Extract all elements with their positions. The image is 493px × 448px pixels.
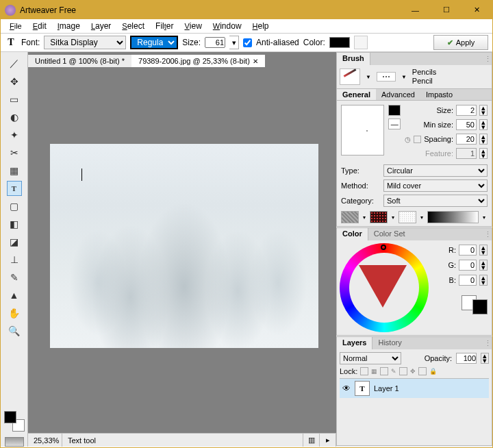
shape-tool-icon[interactable]: ▢ [7, 199, 22, 214]
lasso-tool-icon[interactable]: ◐ [7, 110, 22, 125]
spinner-icon[interactable]: ▴▾ [479, 245, 488, 256]
minimize-button[interactable]: — [400, 1, 431, 19]
spinner-icon[interactable]: ▴▾ [479, 275, 488, 286]
layer-name[interactable]: Layer 1 [374, 384, 399, 393]
spinner-icon[interactable]: ▴▾ [479, 134, 488, 145]
size-dropdown-button[interactable]: ▾ [229, 36, 239, 49]
brush-tab[interactable]: Brush [337, 53, 370, 65]
menu-image[interactable]: Image [53, 20, 85, 32]
visibility-icon[interactable]: 👁 [342, 384, 351, 393]
color-wheel[interactable] [340, 243, 429, 332]
fill-tool-icon[interactable]: ▲ [7, 288, 22, 303]
panel-menu-icon[interactable]: ⋮ [483, 228, 492, 240]
brush-impasto-tab[interactable]: Impasto [420, 89, 458, 100]
crop-tool-icon[interactable]: ✂ [7, 145, 22, 160]
lock-pixels-checkbox[interactable] [380, 367, 388, 375]
dropdown-icon[interactable]: ▾ [390, 214, 396, 221]
opacity-input[interactable] [456, 353, 477, 364]
texture-1-icon[interactable] [341, 211, 359, 223]
menu-select[interactable]: Select [117, 20, 149, 32]
text-options-icon[interactable] [354, 36, 368, 49]
color-swatch-pair[interactable] [462, 295, 488, 314]
brush-category-select[interactable]: Soft [383, 195, 488, 207]
blend-mode-select[interactable]: Normal [340, 352, 401, 364]
dropdown-icon[interactable]: ▾ [361, 214, 368, 221]
layers-tab[interactable]: Layers [337, 337, 372, 349]
menu-file[interactable]: File [5, 20, 27, 32]
texture-3-icon[interactable] [399, 211, 416, 223]
tab-active[interactable]: 79389-2006.jpg @ 25,33% (8-bit)✕ [131, 54, 265, 67]
zoom-tool-icon[interactable]: 🔍 [7, 323, 22, 338]
apply-button[interactable]: ✔Apply [433, 35, 488, 50]
antialiased-checkbox[interactable] [243, 38, 252, 47]
clock-icon[interactable]: ◷ [405, 136, 411, 143]
eyedropper-tool-icon[interactable]: ✎ [7, 270, 22, 285]
dropdown-icon[interactable]: ▼ [366, 74, 371, 80]
canvas[interactable] [28, 67, 336, 433]
spinner-icon[interactable]: ▴▾ [479, 260, 488, 271]
brush-general-tab[interactable]: General [337, 89, 376, 100]
tab-close-icon[interactable]: ✕ [253, 58, 258, 65]
brush-variant-icon[interactable] [377, 72, 396, 82]
perspective-tool-icon[interactable]: ▦ [7, 163, 22, 178]
menu-help[interactable]: Help [248, 20, 274, 32]
text-color-swatch[interactable] [329, 37, 350, 48]
status-zoom[interactable]: 25,33% [28, 434, 62, 447]
color-tab[interactable]: Color [337, 228, 368, 240]
panel-menu-icon[interactable]: ⋮ [483, 53, 492, 65]
gradient-icon[interactable] [427, 211, 479, 223]
panel-menu-icon[interactable]: ⋮ [483, 337, 492, 349]
eraser-tool-icon[interactable]: ◪ [7, 234, 22, 249]
maximize-button[interactable]: ☐ [431, 1, 462, 19]
colorset-tab[interactable]: Color Set [368, 228, 411, 240]
lock-all-checkbox[interactable] [418, 367, 427, 375]
font-style-select[interactable]: Regular [130, 36, 178, 49]
tab-untitled[interactable]: Untitled 1 @ 100% (8-bit) * [28, 55, 131, 67]
brush-tool-icon[interactable]: ／ [7, 56, 22, 71]
close-button[interactable]: ✕ [462, 1, 492, 19]
menu-view[interactable]: View [179, 20, 206, 32]
brush-method-select[interactable]: Mild cover [383, 179, 488, 192]
dropdown-icon[interactable]: ▾ [418, 214, 425, 221]
b-input[interactable] [459, 275, 477, 286]
spinner-icon[interactable]: ▴▾ [481, 353, 489, 364]
lock-trans-checkbox[interactable] [360, 367, 368, 375]
menu-filter[interactable]: Filter [151, 20, 178, 32]
foreground-color-swatch[interactable] [4, 411, 16, 423]
menu-edit[interactable]: Edit [28, 20, 51, 32]
text-tool-icon[interactable]: T [7, 181, 22, 196]
lock-pos-checkbox[interactable] [399, 367, 407, 375]
gradient-tool-icon[interactable]: ◧ [7, 216, 22, 232]
menu-window[interactable]: Window [208, 20, 246, 32]
brush-spacing-input[interactable] [456, 134, 477, 145]
font-select[interactable]: Sitka Display [44, 36, 126, 49]
hand-tool-icon[interactable]: ✋ [7, 306, 22, 321]
brush-preview-icon[interactable] [5, 437, 24, 447]
stamp-tool-icon[interactable]: ⊥ [7, 252, 22, 267]
brush-tip-flat-icon[interactable]: — [388, 119, 401, 129]
menu-layer[interactable]: Layer [86, 20, 116, 32]
r-input[interactable] [459, 245, 477, 256]
g-input[interactable] [459, 260, 477, 271]
status-info-icon[interactable]: ▥ [303, 434, 320, 447]
wand-tool-icon[interactable]: ✦ [7, 127, 22, 142]
brush-size-input[interactable] [456, 105, 477, 116]
brush-category-icon[interactable] [340, 69, 360, 85]
brush-type-select[interactable]: Circular [383, 164, 488, 177]
spinner-icon[interactable]: ▴▾ [479, 119, 488, 130]
move-tool-icon[interactable]: ✥ [7, 74, 22, 89]
font-size-input[interactable] [205, 37, 225, 48]
dropdown-icon[interactable]: ▼ [401, 74, 407, 80]
status-menu-icon[interactable]: ▸ [320, 434, 336, 447]
spacing-checkbox[interactable] [414, 136, 421, 143]
brush-tip-round-icon[interactable]: ◗ [388, 105, 401, 116]
dropdown-icon[interactable]: ▾ [481, 214, 488, 221]
marquee-tool-icon[interactable]: ▭ [7, 92, 22, 107]
brush-minsize-input[interactable] [456, 119, 477, 130]
texture-2-icon[interactable] [370, 211, 388, 223]
color-swatches[interactable] [4, 411, 25, 432]
history-tab[interactable]: History [372, 337, 407, 349]
spinner-icon[interactable]: ▴▾ [479, 105, 488, 116]
layer-item[interactable]: 👁 T Layer 1 [340, 379, 489, 398]
brush-advanced-tab[interactable]: Advanced [376, 89, 420, 100]
